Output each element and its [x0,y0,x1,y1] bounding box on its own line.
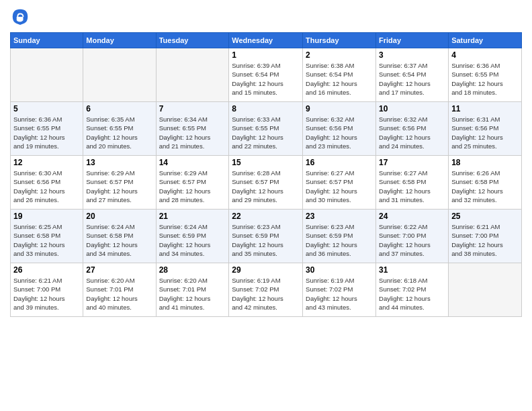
calendar-cell: 13Sunrise: 6:29 AM Sunset: 6:57 PM Dayli… [83,156,156,210]
logo-icon [10,7,30,27]
day-info: Sunrise: 6:35 AM Sunset: 6:55 PM Dayligh… [86,115,152,150]
day-info: Sunrise: 6:18 AM Sunset: 7:02 PM Dayligh… [379,276,445,312]
day-info: Sunrise: 6:39 AM Sunset: 6:54 PM Dayligh… [232,61,300,97]
day-number: 12 [13,158,80,167]
calendar-cell: 6Sunrise: 6:35 AM Sunset: 6:55 PM Daylig… [83,102,156,156]
calendar-cell: 10Sunrise: 6:32 AM Sunset: 6:56 PM Dayli… [376,102,449,156]
weekday-header-monday: Monday [83,33,156,48]
calendar-cell: 14Sunrise: 6:29 AM Sunset: 6:57 PM Dayli… [156,156,229,210]
calendar-cell: 2Sunrise: 6:38 AM Sunset: 6:54 PM Daylig… [303,48,376,102]
weekday-header-friday: Friday [376,33,449,48]
calendar-cell: 17Sunrise: 6:27 AM Sunset: 6:58 PM Dayli… [376,156,449,210]
calendar-cell [83,48,156,102]
calendar-cell: 3Sunrise: 6:37 AM Sunset: 6:54 PM Daylig… [376,48,449,102]
calendar-cell: 19Sunrise: 6:25 AM Sunset: 6:58 PM Dayli… [11,210,83,263]
header [10,7,522,27]
calendar-week-4: 19Sunrise: 6:25 AM Sunset: 6:58 PM Dayli… [11,210,522,263]
calendar-cell: 18Sunrise: 6:26 AM Sunset: 6:58 PM Dayli… [449,156,522,210]
calendar-cell: 7Sunrise: 6:34 AM Sunset: 6:55 PM Daylig… [156,102,229,156]
weekday-header-saturday: Saturday [449,33,522,48]
day-number: 18 [451,158,519,167]
day-info: Sunrise: 6:27 AM Sunset: 6:58 PM Dayligh… [379,169,445,204]
day-info: Sunrise: 6:23 AM Sunset: 6:59 PM Dayligh… [232,222,300,258]
calendar-week-2: 5Sunrise: 6:36 AM Sunset: 6:55 PM Daylig… [11,102,522,156]
calendar-week-5: 26Sunrise: 6:21 AM Sunset: 7:00 PM Dayli… [11,263,522,317]
calendar-cell: 24Sunrise: 6:22 AM Sunset: 7:00 PM Dayli… [376,210,449,263]
day-number: 29 [232,265,300,275]
day-info: Sunrise: 6:26 AM Sunset: 6:58 PM Dayligh… [451,169,519,204]
calendar-cell [11,48,83,102]
calendar-cell: 8Sunrise: 6:33 AM Sunset: 6:55 PM Daylig… [229,102,303,156]
day-number: 7 [159,104,226,113]
day-number: 13 [86,158,152,167]
day-info: Sunrise: 6:20 AM Sunset: 7:01 PM Dayligh… [159,276,226,312]
calendar-cell: 1Sunrise: 6:39 AM Sunset: 6:54 PM Daylig… [229,48,303,102]
day-number: 8 [232,104,300,113]
day-number: 23 [306,212,373,221]
calendar-week-3: 12Sunrise: 6:30 AM Sunset: 6:56 PM Dayli… [11,156,522,210]
day-number: 28 [159,265,226,275]
day-number: 21 [159,212,226,221]
day-number: 1 [232,50,300,60]
day-info: Sunrise: 6:21 AM Sunset: 7:00 PM Dayligh… [451,222,519,258]
calendar-cell: 31Sunrise: 6:18 AM Sunset: 7:02 PM Dayli… [376,263,449,317]
calendar-cell: 23Sunrise: 6:23 AM Sunset: 6:59 PM Dayli… [303,210,376,263]
day-number: 19 [13,212,80,221]
day-number: 30 [306,265,373,275]
day-info: Sunrise: 6:20 AM Sunset: 7:01 PM Dayligh… [86,276,152,312]
day-info: Sunrise: 6:19 AM Sunset: 7:02 PM Dayligh… [306,276,373,312]
logo [10,7,33,27]
day-info: Sunrise: 6:37 AM Sunset: 6:54 PM Dayligh… [379,61,445,97]
calendar-cell: 21Sunrise: 6:24 AM Sunset: 6:59 PM Dayli… [156,210,229,263]
day-info: Sunrise: 6:21 AM Sunset: 7:00 PM Dayligh… [13,276,80,312]
day-number: 27 [86,265,152,275]
day-info: Sunrise: 6:29 AM Sunset: 6:57 PM Dayligh… [86,169,152,204]
calendar-cell: 28Sunrise: 6:20 AM Sunset: 7:01 PM Dayli… [156,263,229,317]
day-info: Sunrise: 6:29 AM Sunset: 6:57 PM Dayligh… [159,169,226,204]
day-number: 14 [159,158,226,167]
calendar-cell: 30Sunrise: 6:19 AM Sunset: 7:02 PM Dayli… [303,263,376,317]
calendar-cell: 4Sunrise: 6:36 AM Sunset: 6:55 PM Daylig… [449,48,522,102]
day-info: Sunrise: 6:23 AM Sunset: 6:59 PM Dayligh… [306,222,373,258]
day-number: 31 [379,265,445,275]
day-info: Sunrise: 6:28 AM Sunset: 6:57 PM Dayligh… [232,169,300,204]
day-number: 24 [379,212,445,221]
day-number: 5 [13,104,80,113]
calendar-cell: 12Sunrise: 6:30 AM Sunset: 6:56 PM Dayli… [11,156,83,210]
day-number: 10 [379,104,445,113]
day-number: 9 [306,104,373,113]
weekday-header-wednesday: Wednesday [229,33,303,48]
calendar-cell: 27Sunrise: 6:20 AM Sunset: 7:01 PM Dayli… [83,263,156,317]
weekday-header-thursday: Thursday [303,33,376,48]
calendar-table: SundayMondayTuesdayWednesdayThursdayFrid… [10,32,522,317]
day-number: 6 [86,104,152,113]
day-number: 25 [451,212,519,221]
day-info: Sunrise: 6:31 AM Sunset: 6:56 PM Dayligh… [451,115,519,150]
calendar-header-row: SundayMondayTuesdayWednesdayThursdayFrid… [11,33,522,48]
day-info: Sunrise: 6:30 AM Sunset: 6:56 PM Dayligh… [13,169,80,204]
weekday-header-sunday: Sunday [11,33,83,48]
day-info: Sunrise: 6:25 AM Sunset: 6:58 PM Dayligh… [13,222,80,258]
day-info: Sunrise: 6:19 AM Sunset: 7:02 PM Dayligh… [232,276,300,312]
day-number: 11 [451,104,519,113]
day-info: Sunrise: 6:36 AM Sunset: 6:55 PM Dayligh… [13,115,80,150]
day-info: Sunrise: 6:24 AM Sunset: 6:59 PM Dayligh… [159,222,226,258]
day-number: 4 [451,50,519,60]
day-info: Sunrise: 6:38 AM Sunset: 6:54 PM Dayligh… [306,61,373,97]
calendar-cell: 25Sunrise: 6:21 AM Sunset: 7:00 PM Dayli… [449,210,522,263]
calendar-cell [156,48,229,102]
day-info: Sunrise: 6:32 AM Sunset: 6:56 PM Dayligh… [379,115,445,150]
day-number: 15 [232,158,300,167]
calendar-cell: 16Sunrise: 6:27 AM Sunset: 6:57 PM Dayli… [303,156,376,210]
calendar-cell: 29Sunrise: 6:19 AM Sunset: 7:02 PM Dayli… [229,263,303,317]
day-number: 22 [232,212,300,221]
day-number: 3 [379,50,445,60]
calendar-cell: 15Sunrise: 6:28 AM Sunset: 6:57 PM Dayli… [229,156,303,210]
day-info: Sunrise: 6:24 AM Sunset: 6:58 PM Dayligh… [86,222,152,258]
day-info: Sunrise: 6:34 AM Sunset: 6:55 PM Dayligh… [159,115,226,150]
day-info: Sunrise: 6:27 AM Sunset: 6:57 PM Dayligh… [306,169,373,204]
day-number: 17 [379,158,445,167]
calendar-cell: 5Sunrise: 6:36 AM Sunset: 6:55 PM Daylig… [11,102,83,156]
day-info: Sunrise: 6:32 AM Sunset: 6:56 PM Dayligh… [306,115,373,150]
calendar-cell [449,263,522,317]
